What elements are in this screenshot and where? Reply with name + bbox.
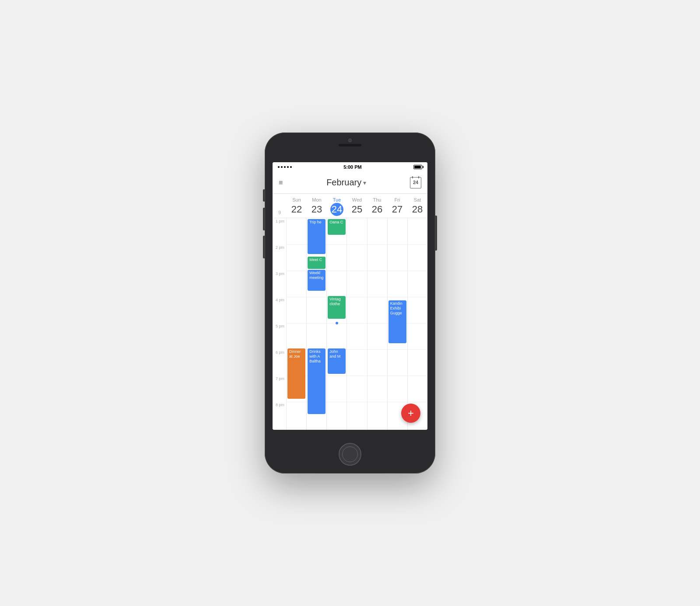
- battery-icon: [413, 165, 422, 169]
- day-header-sun[interactable]: Sun 22: [287, 194, 307, 218]
- day-header-wed[interactable]: Wed 25: [347, 194, 367, 218]
- signal-dot-1: [278, 166, 280, 168]
- month-label: February: [326, 178, 361, 188]
- battery-fill: [414, 166, 421, 168]
- add-event-fab[interactable]: +: [401, 404, 420, 423]
- day-num-thu: 26: [371, 203, 384, 216]
- week-number: 9: [273, 194, 287, 218]
- days-area: Dinner at Joe Trip he Meet C Weekl meeti…: [287, 218, 427, 430]
- signal-dot-2: [281, 166, 283, 168]
- day-header-sat[interactable]: Sat 28: [407, 194, 427, 218]
- dropdown-arrow-icon: ▾: [363, 179, 366, 186]
- day-name-sat: Sat: [414, 197, 421, 202]
- time-label-8pm: 8 pm: [273, 402, 287, 428]
- week-header: 9 Sun 22 Mon 23 Tue 24 Wed 25: [273, 194, 427, 218]
- day-header-tue[interactable]: Tue 24: [327, 194, 347, 218]
- day-col-fri: Kandin Exhibi Gugge: [388, 218, 408, 430]
- home-button-ring: [342, 446, 358, 462]
- status-bar: 5:00 PM: [273, 162, 427, 172]
- time-column: 1 pm 2 pm 3 pm 4 pm 5 pm 6 pm 7 pm 8 pm …: [273, 218, 287, 430]
- time-label-5pm: 5 pm: [273, 323, 287, 349]
- time-label-9pm: 9 pm: [273, 428, 287, 430]
- volume-up-button: [263, 208, 265, 230]
- day-col-thu: [368, 218, 388, 430]
- signal-dot-4: [287, 166, 289, 168]
- phone-notch: [339, 139, 361, 146]
- day-col-mon: Trip he Meet C Weekl meeting Drinks with…: [307, 218, 327, 430]
- mute-button: [263, 189, 265, 202]
- event-drinks-with-a[interactable]: Drinks with A Baltha: [308, 348, 326, 414]
- app-header: ≡ February ▾ 24: [273, 172, 427, 194]
- power-button: [435, 216, 437, 251]
- event-trip-he[interactable]: Trip he: [308, 219, 326, 254]
- time-label-1pm: 1 pm: [273, 218, 287, 244]
- day-header-thu[interactable]: Thu 26: [367, 194, 387, 218]
- earpiece-speaker: [339, 144, 361, 146]
- status-time: 5:00 PM: [343, 164, 362, 170]
- day-num-sat: 28: [411, 203, 424, 216]
- day-name-tue: Tue: [333, 197, 341, 202]
- event-dot-5pm: [336, 322, 338, 324]
- event-john-and-m[interactable]: John and M: [328, 348, 346, 374]
- day-num-sun: 22: [290, 203, 303, 216]
- time-label-6pm: 6 pm: [273, 349, 287, 376]
- day-col-tue: Oana C Vintag clothe John and M: [327, 218, 347, 430]
- event-vintage-clothes[interactable]: Vintag clothe: [328, 296, 346, 319]
- time-label-2pm: 2 pm: [273, 244, 287, 271]
- day-name-thu: Thu: [373, 197, 382, 202]
- day-num-fri: 27: [391, 203, 404, 216]
- menu-icon[interactable]: ≡: [279, 179, 283, 187]
- calendar-grid: 1 pm 2 pm 3 pm 4 pm 5 pm 6 pm 7 pm 8 pm …: [273, 218, 427, 430]
- phone-screen: 5:00 PM ≡ February ▾ 24 9 Sun 2: [273, 162, 427, 430]
- event-oana[interactable]: Oana C: [328, 219, 346, 235]
- signal-dots: [278, 166, 292, 168]
- event-kandinsky-exhibition[interactable]: Kandin Exhibi Gugge: [388, 300, 406, 343]
- event-weekly-meeting[interactable]: Weekl meeting: [308, 270, 326, 291]
- time-label-3pm: 3 pm: [273, 271, 287, 297]
- today-date-number: 24: [413, 180, 418, 185]
- day-header-fri[interactable]: Fri 27: [387, 194, 407, 218]
- day-num-mon: 23: [310, 203, 323, 216]
- phone-shell: 5:00 PM ≡ February ▾ 24 9 Sun 2: [265, 132, 435, 474]
- day-col-sun: Dinner at Joe: [287, 218, 307, 430]
- event-meet-c[interactable]: Meet C: [308, 257, 326, 269]
- day-header-mon[interactable]: Mon 23: [307, 194, 327, 218]
- signal-dot-5: [290, 166, 292, 168]
- time-label-7pm: 7 pm: [273, 376, 287, 402]
- day-col-wed: [347, 218, 367, 430]
- day-name-fri: Fri: [395, 197, 400, 202]
- month-title[interactable]: February ▾: [326, 178, 366, 188]
- time-label-4pm: 4 pm: [273, 297, 287, 323]
- front-camera: [348, 139, 352, 142]
- battery-indicator: [413, 165, 422, 169]
- day-num-wed: 25: [350, 203, 364, 216]
- day-name-sun: Sun: [292, 197, 301, 202]
- event-dinner-at-joes[interactable]: Dinner at Joe: [287, 348, 305, 399]
- today-button[interactable]: 24: [410, 177, 421, 188]
- signal-dot-3: [284, 166, 286, 168]
- home-button[interactable]: [339, 443, 361, 466]
- day-name-mon: Mon: [312, 197, 321, 202]
- day-name-wed: Wed: [352, 197, 362, 202]
- volume-down-button: [263, 236, 265, 258]
- day-num-tue: 24: [330, 203, 343, 216]
- day-col-sat: [408, 218, 427, 430]
